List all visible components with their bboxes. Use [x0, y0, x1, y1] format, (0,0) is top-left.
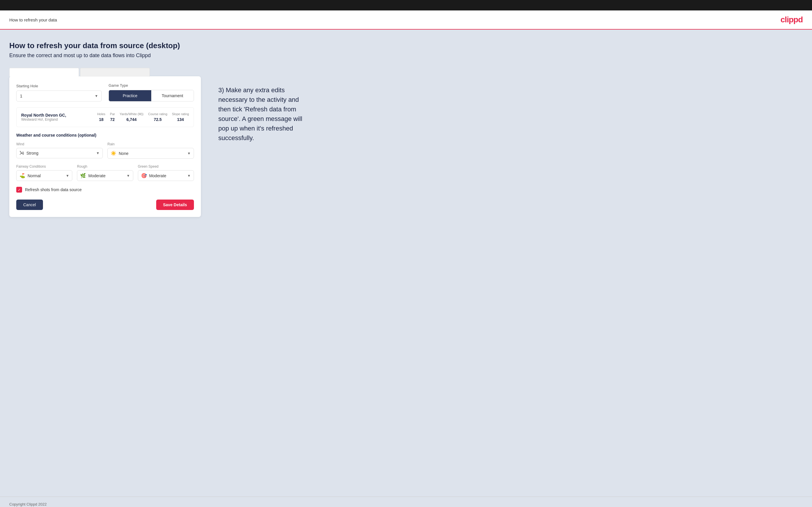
- wind-group: Wind 🌬 Strong ▼: [16, 142, 103, 159]
- footer: Copyright Clippd 2022: [0, 497, 812, 507]
- card-tab-1: [9, 68, 79, 76]
- wind-label: Wind: [16, 142, 103, 146]
- wind-value: Strong: [27, 151, 96, 156]
- green-speed-icon: 🎯: [141, 173, 147, 178]
- conditions-title: Weather and course conditions (optional): [16, 133, 194, 137]
- green-speed-group: Green Speed 🎯 Moderate ▼: [138, 164, 194, 181]
- rain-arrow-icon: ▼: [187, 152, 191, 156]
- slope-value: 134: [177, 117, 184, 122]
- copyright-text: Copyright Clippd 2022: [9, 502, 47, 506]
- slope-label: Slope rating: [172, 112, 189, 116]
- cancel-button[interactable]: Cancel: [16, 200, 43, 210]
- rough-label: Rough: [77, 164, 133, 169]
- yards-value: 6,744: [126, 117, 137, 122]
- card-tabs-hint: [9, 68, 201, 76]
- rain-value: None: [119, 151, 187, 156]
- course-par-stat: Par 72: [110, 112, 115, 122]
- page-subtitle: Ensure the correct and most up to date d…: [9, 53, 803, 59]
- rain-icon: ☀️: [111, 151, 116, 156]
- side-text: 3) Make any extra edits necessary to the…: [218, 68, 311, 143]
- form-card: Starting Hole 1 ▼ Game Type Practice To: [9, 76, 201, 217]
- fairway-group: Fairway Conditions ⛳ Normal ▼: [16, 164, 72, 181]
- refresh-checkbox[interactable]: ✓: [16, 187, 22, 192]
- course-rating-label: Course rating: [148, 112, 167, 116]
- green-speed-value: Moderate: [149, 173, 187, 178]
- starting-hole-select[interactable]: 1: [16, 91, 102, 102]
- fairway-arrow-icon: ▼: [66, 174, 69, 178]
- wind-arrow-icon: ▼: [96, 151, 100, 155]
- course-location: Westward Ho!, England: [21, 117, 93, 121]
- wind-rain-row: Wind 🌬 Strong ▼ Rain ☀️ None ▼: [16, 142, 194, 159]
- refresh-checkbox-row: ✓ Refresh shots from data source: [16, 187, 194, 192]
- starting-hole-label: Starting Hole: [16, 84, 102, 88]
- holes-label: Holes: [97, 112, 105, 116]
- starting-hole-group: Starting Hole 1 ▼: [16, 84, 102, 102]
- rough-select[interactable]: 🌿 Moderate ▼: [77, 170, 133, 181]
- fairway-icon: ⛳: [19, 173, 25, 178]
- logo: clippd: [781, 15, 803, 24]
- game-type-toggle: Practice Tournament: [109, 90, 194, 102]
- top-bar: [0, 0, 812, 10]
- course-yards-stat: Yards/White (M)) 6,744: [119, 112, 143, 122]
- save-button[interactable]: Save Details: [156, 200, 194, 210]
- wind-select[interactable]: 🌬 Strong ▼: [16, 148, 103, 158]
- starting-hole-select-wrapper: 1 ▼: [16, 91, 102, 102]
- par-value: 72: [110, 117, 115, 122]
- main-content: How to refresh your data from source (de…: [0, 30, 812, 497]
- course-name: Royal North Devon GC,: [21, 113, 93, 117]
- fairway-select[interactable]: ⛳ Normal ▼: [16, 170, 72, 181]
- header: How to refresh your data clippd: [0, 10, 812, 30]
- rain-label: Rain: [107, 142, 194, 146]
- page-title: How to refresh your data from source (de…: [9, 41, 803, 50]
- tournament-button[interactable]: Tournament: [151, 90, 194, 101]
- game-type-group: Game Type Practice Tournament: [109, 83, 194, 102]
- slope-rating-stat: Slope rating 134: [172, 112, 189, 122]
- content-area: Starting Hole 1 ▼ Game Type Practice To: [9, 68, 803, 217]
- button-row: Cancel Save Details: [16, 200, 194, 210]
- game-type-label: Game Type: [109, 83, 194, 88]
- rough-value: Moderate: [88, 173, 126, 178]
- course-holes-stat: Holes 18: [97, 112, 105, 122]
- green-speed-select[interactable]: 🎯 Moderate ▼: [138, 170, 194, 181]
- yards-label: Yards/White (M)): [119, 112, 143, 116]
- course-rating-value: 72.5: [154, 117, 162, 122]
- course-row: Royal North Devon GC, Westward Ho!, Engl…: [21, 112, 189, 122]
- form-container: Starting Hole 1 ▼ Game Type Practice To: [9, 68, 201, 217]
- card-tab-2: [80, 68, 150, 76]
- fairway-value: Normal: [28, 173, 66, 178]
- top-row: Starting Hole 1 ▼ Game Type Practice To: [16, 83, 194, 102]
- rough-icon: 🌿: [80, 173, 86, 178]
- course-table: Royal North Devon GC, Westward Ho!, Engl…: [16, 107, 194, 127]
- rain-group: Rain ☀️ None ▼: [107, 142, 194, 159]
- green-speed-arrow-icon: ▼: [187, 174, 191, 178]
- course-name-col: Royal North Devon GC, Westward Ho!, Engl…: [21, 113, 93, 121]
- green-speed-label: Green Speed: [138, 164, 194, 169]
- fairway-rough-green-row: Fairway Conditions ⛳ Normal ▼ Rough 🌿 Mo…: [16, 164, 194, 181]
- par-label: Par: [110, 112, 115, 116]
- course-rating-stat: Course rating 72.5: [148, 112, 167, 122]
- wind-icon: 🌬: [19, 151, 24, 156]
- header-title: How to refresh your data: [9, 17, 57, 22]
- fairway-label: Fairway Conditions: [16, 164, 72, 169]
- rough-group: Rough 🌿 Moderate ▼: [77, 164, 133, 181]
- rough-arrow-icon: ▼: [126, 174, 130, 178]
- rain-select[interactable]: ☀️ None ▼: [107, 148, 194, 159]
- practice-button[interactable]: Practice: [109, 90, 151, 101]
- side-description: 3) Make any extra edits necessary to the…: [218, 85, 311, 143]
- holes-value: 18: [99, 117, 104, 122]
- checkbox-check-icon: ✓: [18, 188, 21, 192]
- refresh-checkbox-label: Refresh shots from data source: [25, 187, 82, 192]
